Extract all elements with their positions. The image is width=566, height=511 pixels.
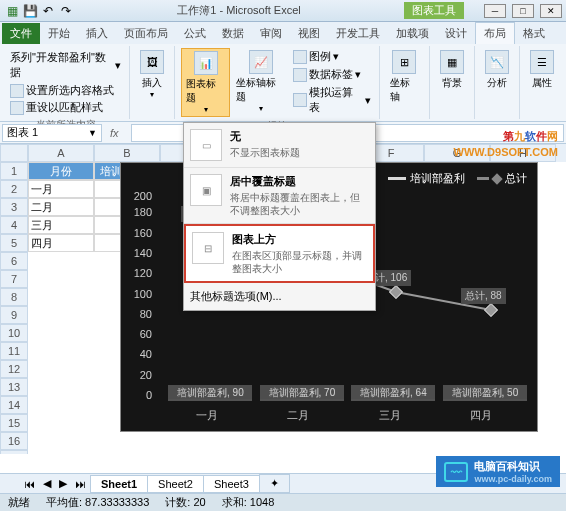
row-header[interactable]: 9	[0, 306, 28, 324]
insert-button[interactable]: 🖼 插入 ▾	[136, 48, 168, 101]
data-label-icon	[293, 68, 307, 82]
redo-icon[interactable]: ↷	[58, 3, 74, 19]
tab-nav-first-icon[interactable]: ⏮	[20, 478, 39, 490]
tab-file[interactable]: 文件	[2, 23, 40, 44]
legend-button[interactable]: 图例▾	[291, 48, 372, 65]
chart-title-icon: 📊	[194, 51, 218, 75]
row-header[interactable]: 15	[0, 414, 28, 432]
cell[interactable]: 一月	[28, 180, 94, 198]
row-header[interactable]: 12	[0, 360, 28, 378]
tab-page-layout[interactable]: 页面布局	[116, 23, 176, 44]
new-sheet-button[interactable]: ✦	[259, 474, 290, 493]
excel-icon[interactable]: ▦	[4, 3, 20, 19]
tab-view[interactable]: 视图	[290, 23, 328, 44]
row-header[interactable]: 13	[0, 378, 28, 396]
legend-item: 培训部盈利	[410, 171, 465, 186]
chevron-down-icon[interactable]: ▼	[88, 128, 97, 138]
undo-icon[interactable]: ↶	[40, 3, 56, 19]
save-icon[interactable]: 💾	[22, 3, 38, 19]
tab-insert[interactable]: 插入	[78, 23, 116, 44]
data-table-button[interactable]: 模拟运算表▾	[291, 84, 372, 116]
col-header[interactable]: B	[94, 144, 160, 162]
dropdown-more-options[interactable]: 其他标题选项(M)...	[184, 283, 375, 310]
tab-developer[interactable]: 开发工具	[328, 23, 388, 44]
chevron-down-icon: ▾	[204, 105, 208, 114]
chart-title-button[interactable]: 📊 图表标题 ▾	[181, 48, 230, 117]
row-header[interactable]: 3	[0, 198, 28, 216]
cell[interactable]: 四月	[28, 234, 94, 252]
monitor-icon: 〰	[444, 462, 468, 482]
dropdown-item-center-overlay[interactable]: ▣ 居中覆盖标题将居中标题覆盖在图表上，但不调整图表大小	[184, 168, 375, 224]
tab-chart-layout[interactable]: 布局	[475, 22, 515, 44]
dropdown-item-above-chart[interactable]: ⊟ 图表上方在图表区顶部显示标题，并调整图表大小	[184, 224, 375, 283]
chevron-down-icon: ▾	[259, 104, 263, 113]
sheet-tab[interactable]: Sheet1	[90, 475, 148, 493]
row-header[interactable]: 17	[0, 450, 28, 454]
sheet-tab[interactable]: Sheet3	[203, 475, 260, 493]
above-chart-icon: ⊟	[192, 232, 224, 264]
legend-icon	[293, 50, 307, 64]
sheet-tab[interactable]: Sheet2	[147, 475, 204, 493]
watermark-url: WWW.D9SOFT.COM	[454, 146, 559, 158]
background-button[interactable]: ▦背景	[436, 48, 468, 92]
tab-formula[interactable]: 公式	[176, 23, 214, 44]
row-header[interactable]: 1	[0, 162, 28, 180]
axes-button[interactable]: ⊞坐标轴	[386, 48, 423, 106]
tab-nav-last-icon[interactable]: ⏭	[71, 478, 90, 490]
row-header[interactable]: 2	[0, 180, 28, 198]
axis-title-button[interactable]: 📈 坐标轴标题 ▾	[232, 48, 289, 117]
status-bar: 就绪 平均值: 87.33333333 计数: 20 求和: 1048	[0, 493, 566, 511]
tab-review[interactable]: 审阅	[252, 23, 290, 44]
x-category: 二月	[253, 408, 345, 423]
group-background: ▦背景	[430, 46, 475, 119]
center-overlay-icon: ▣	[190, 174, 222, 206]
format-icon	[10, 84, 24, 98]
col-header[interactable]: A	[28, 144, 94, 162]
cell[interactable]: 月份	[28, 162, 94, 180]
row-header[interactable]: 5	[0, 234, 28, 252]
x-category: 一月	[161, 408, 253, 423]
context-tab-label: 图表工具	[404, 2, 464, 19]
group-labels: 📊 图表标题 ▾ 📈 坐标轴标题 ▾ 图例▾ 数据标签▾ 模拟运算表▾ 标签	[175, 46, 380, 119]
tab-nav-next-icon[interactable]: ▶	[55, 477, 71, 490]
cell[interactable]: 二月	[28, 198, 94, 216]
cell[interactable]: 三月	[28, 216, 94, 234]
tab-design[interactable]: 设计	[437, 23, 475, 44]
tab-nav-prev-icon[interactable]: ◀	[39, 477, 55, 490]
minimize-button[interactable]: ─	[484, 4, 506, 18]
row-header[interactable]: 4	[0, 216, 28, 234]
row-header[interactable]: 16	[0, 432, 28, 450]
tab-home[interactable]: 开始	[40, 23, 78, 44]
select-all-corner[interactable]	[0, 144, 28, 162]
row-header[interactable]: 8	[0, 288, 28, 306]
reset-style-button[interactable]: 重设以匹配样式	[8, 99, 123, 116]
close-button[interactable]: ✕	[540, 4, 562, 18]
properties-button[interactable]: ☰属性	[526, 48, 558, 92]
tab-format[interactable]: 格式	[515, 23, 553, 44]
fx-icon[interactable]: fx	[102, 127, 127, 139]
row-header[interactable]: 10	[0, 324, 28, 342]
properties-icon: ☰	[530, 50, 554, 74]
format-selection-button[interactable]: 设置所选内容格式	[8, 82, 123, 99]
row-header[interactable]: 11	[0, 342, 28, 360]
group-current-selection: 系列"开发部盈利"数据▾ 设置所选内容格式 重设以匹配样式 当前所选内容	[2, 46, 130, 119]
watermark-footer: 〰 电脑百科知识www.pc-daily.com	[436, 456, 560, 487]
data-labels-button[interactable]: 数据标签▾	[291, 66, 372, 83]
axes-icon: ⊞	[392, 50, 416, 74]
tab-data[interactable]: 数据	[214, 23, 252, 44]
dropdown-item-none[interactable]: ▭ 无不显示图表标题	[184, 123, 375, 168]
maximize-button[interactable]: □	[512, 4, 534, 18]
axis-title-icon: 📈	[249, 50, 273, 74]
x-category: 四月	[436, 408, 528, 423]
chart-title-dropdown: ▭ 无不显示图表标题 ▣ 居中覆盖标题将居中标题覆盖在图表上，但不调整图表大小 …	[183, 122, 376, 311]
chevron-down-icon[interactable]: ▾	[115, 59, 121, 72]
row-header[interactable]: 7	[0, 270, 28, 288]
chevron-down-icon: ▾	[150, 90, 154, 99]
name-box[interactable]: 图表 1▼	[2, 124, 102, 142]
row-header[interactable]: 6	[0, 252, 28, 270]
tab-addin[interactable]: 加载项	[388, 23, 437, 44]
row-header[interactable]: 14	[0, 396, 28, 414]
data-label: 培训部盈利, 64	[351, 385, 435, 401]
analysis-button[interactable]: 📉分析	[481, 48, 513, 92]
data-label: 培训部盈利, 90	[168, 385, 252, 401]
